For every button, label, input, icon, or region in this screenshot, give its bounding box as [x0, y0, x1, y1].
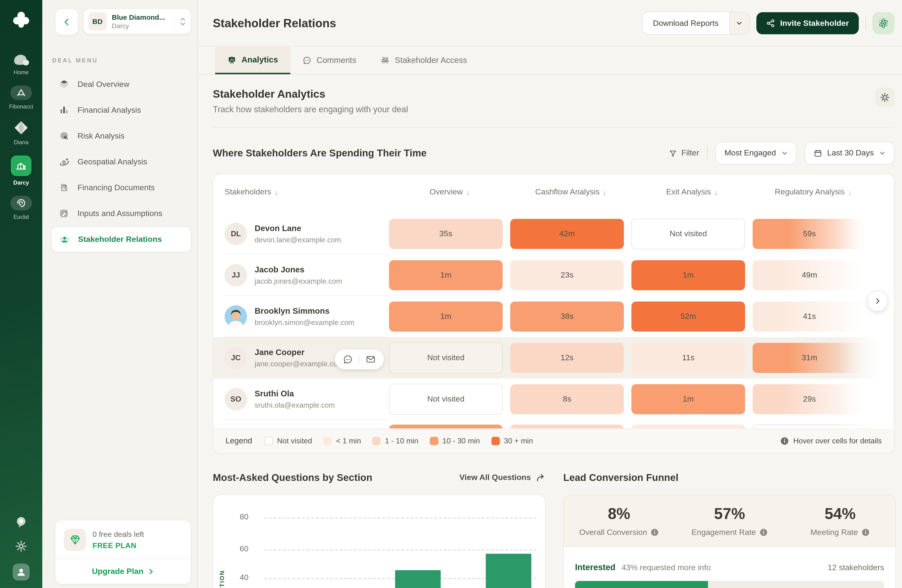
stakeholder-text: Jacob Jonesjacob.jones@example.com	[255, 265, 342, 285]
row-hover-toolbar[interactable]	[335, 349, 384, 370]
time-cell[interactable]: 31m	[753, 343, 866, 373]
time-cell[interactable]: 49m	[753, 260, 866, 290]
table-scroll-right-button[interactable]	[867, 291, 888, 311]
date-range-dropdown[interactable]: Last 30 Days	[805, 142, 894, 164]
sidebar-item-deal-overview[interactable]: Deal Overview	[51, 71, 191, 97]
funnel-stat: 54%Meeting Rate	[785, 505, 896, 537]
time-cell[interactable]: Not visited	[631, 218, 745, 249]
app-logo-icon[interactable]	[11, 9, 31, 30]
tab-stakeholder-access[interactable]: Stakeholder Access	[368, 47, 479, 74]
rail-item-diana[interactable]: Diana	[13, 120, 29, 145]
workspace-name: Blue Diamond...	[112, 13, 174, 21]
funnel-stat-label: Meeting Rate	[785, 528, 896, 537]
time-cell[interactable]: 38s	[510, 302, 624, 332]
email-icon[interactable]	[365, 354, 376, 364]
gridline	[264, 518, 537, 519]
time-cell[interactable]: 12s	[510, 343, 624, 373]
tab-comments[interactable]: Comments	[290, 47, 368, 74]
info-icon[interactable]	[862, 529, 870, 536]
stakeholder-cell[interactable]: DLDevon Lanedevon.lane@example.com	[225, 213, 389, 255]
stakeholder-cell[interactable]: Brooklyn Simmonsbrooklyn.simon@example.c…	[225, 296, 389, 337]
bar-section-2[interactable]	[486, 554, 531, 588]
chat-icon[interactable]	[14, 516, 28, 529]
orbit-globe-icon	[58, 156, 69, 167]
funnel-stat-value: 57%	[674, 505, 785, 522]
download-reports-button[interactable]: Download Reports	[642, 12, 750, 35]
table-header-row: Stakeholders↓Overview↓Cashflow Analysis↓…	[213, 174, 894, 197]
atom-icon	[878, 17, 889, 29]
rail-item-euclid[interactable]: Euclid	[10, 196, 32, 220]
column-header-regulatory-analysis[interactable]: Regulatory Analysis↓	[753, 188, 874, 197]
message-icon[interactable]	[343, 354, 353, 364]
tab-analytics[interactable]: Analytics	[215, 47, 290, 74]
info-icon[interactable]	[759, 529, 767, 536]
time-cell[interactable]: 23s	[510, 260, 624, 290]
rail-item-darcy[interactable]: Darcy	[11, 155, 31, 186]
time-cell[interactable]: 1m	[631, 384, 745, 414]
stakeholder-email: jacob.jones@example.com	[255, 277, 342, 285]
sort-arrow-icon: ↓	[848, 188, 852, 196]
time-cell[interactable]: 1m	[389, 260, 503, 290]
info-icon[interactable]	[651, 529, 659, 536]
time-cell[interactable]: 35s	[389, 219, 503, 249]
upgrade-plan-button[interactable]: Upgrade Plan	[55, 559, 191, 584]
calendar-icon	[814, 149, 822, 157]
time-cell[interactable]: 29s	[753, 384, 866, 414]
workspace-badge: BD	[88, 12, 106, 31]
column-header-exit-analysis[interactable]: Exit Analysis↓	[631, 188, 753, 197]
sidebar-item-financing-documents[interactable]: Financing Documents	[51, 175, 191, 200]
filter-button[interactable]: Filter	[669, 149, 699, 158]
funnel-stat-value: 8%	[564, 505, 674, 522]
questions-bar-chart: QUESTIONS BY SECTION 80 60 40	[213, 494, 545, 588]
time-cell[interactable]: 1m	[631, 260, 745, 290]
sidebar-item-stakeholder-relations[interactable]: Stakeholder Relations	[51, 226, 191, 252]
section-subtitle: Track how stakeholders are engaging with…	[213, 105, 408, 114]
y-tick-80: 80	[227, 512, 249, 522]
download-dropdown-toggle[interactable]	[729, 12, 749, 34]
legend-item: 10 - 30 min	[430, 437, 480, 445]
sidebar-item-geospatial-analysis[interactable]: Geospatial Analysis	[51, 149, 191, 175]
rail-item-label: Home	[14, 69, 29, 76]
bar-section-1[interactable]	[395, 570, 441, 588]
ai-assistant-button[interactable]	[872, 12, 894, 34]
sidebar-item-risk-analysis[interactable]: Risk Analysis	[51, 123, 191, 149]
table-legend: Legend Not visited< 1 min1 - 10 min10 - …	[213, 428, 894, 453]
column-header-cashflow-analysis[interactable]: Cashflow Analysis↓	[510, 188, 631, 197]
back-button[interactable]	[55, 8, 78, 35]
time-cell[interactable]: 52m	[631, 302, 745, 332]
rail-item-label: Darcy	[13, 180, 29, 186]
user-avatar-icon[interactable]	[13, 564, 30, 580]
analytics-settings-button[interactable]	[875, 88, 894, 107]
invite-stakeholder-button[interactable]: Invite Stakeholder	[756, 12, 859, 34]
rail-item-home[interactable]: Home	[12, 51, 31, 76]
chevron-up-down-icon	[180, 16, 186, 27]
sort-dropdown[interactable]: Most Engaged	[716, 142, 797, 164]
time-cell[interactable]: 42m	[510, 219, 624, 249]
column-header-overview[interactable]: Overview↓	[389, 188, 510, 197]
time-cell[interactable]: 59s	[753, 219, 866, 249]
funnel-title: Lead Conversion Funnel	[563, 472, 678, 483]
stakeholder-cell[interactable]: SOSruthi Olasruthi.ola@example.com	[225, 378, 389, 420]
table-row: SOSruthi Olasruthi.ola@example.comNot vi…	[213, 378, 894, 420]
table-row: JCJane Cooperjane.cooper@example.comNot …	[213, 337, 894, 378]
legend-item: 1 - 10 min	[372, 437, 418, 445]
column-header-stakeholders[interactable]: Stakeholders↓	[225, 188, 389, 197]
time-cell[interactable]: 1m	[389, 302, 503, 332]
sidebar-item-inputs-assumptions[interactable]: Inputs and Assumptions	[51, 200, 191, 226]
time-cell[interactable]: Not visited	[389, 342, 503, 373]
time-cell[interactable]: 8s	[510, 384, 624, 414]
time-cell[interactable]: 41s	[753, 302, 866, 332]
legend-items: Not visited< 1 min1 - 10 min10 - 30 min3…	[264, 437, 533, 445]
rail-item-fibonacci[interactable]: Fibonacci	[9, 86, 33, 110]
workspace-switcher[interactable]: BD Blue Diamond... Darcy	[83, 8, 191, 34]
people-icon	[381, 56, 390, 65]
sidebar-item-label: Financing Documents	[78, 183, 155, 192]
comment-bubble-icon	[302, 56, 312, 65]
stakeholder-cell[interactable]: JJJacob Jonesjacob.jones@example.com	[225, 255, 389, 296]
sidebar-item-financial-analysis[interactable]: Financial Analysis	[51, 97, 191, 123]
settings-gear-icon[interactable]	[15, 540, 27, 552]
avatar: JJ	[225, 264, 247, 286]
view-all-questions-link[interactable]: View All Questions	[459, 473, 545, 482]
time-cell[interactable]: 11s	[631, 343, 745, 373]
time-cell[interactable]: Not visited	[389, 384, 503, 415]
